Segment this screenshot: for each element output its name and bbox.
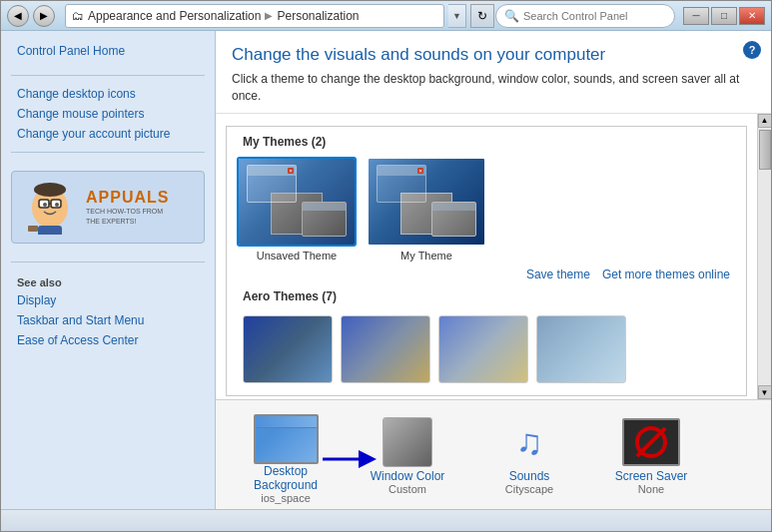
desktop-bg-icon-box (251, 414, 321, 464)
sidebar: Control Panel Home Change desktop icons … (1, 31, 216, 509)
my-theme-bg: ✕ (369, 159, 484, 245)
window-color-icon-box (373, 414, 442, 469)
aero-themes-grid (231, 307, 742, 391)
toolbar-screen-saver-label: Screen Saver (615, 469, 688, 483)
bottom-toolbar: Desktop Background ios_space Window Colo… (216, 399, 771, 509)
scrollbar[interactable]: ▲ ▼ (757, 114, 771, 399)
toolbar-desktop-bg-label: Desktop Background (234, 464, 338, 492)
themes-area: My Themes (2) ✕ (216, 114, 757, 399)
theme-my[interactable]: ✕ My Theme (367, 157, 486, 262)
brand-tagline: TECH HOW-TOS FROMTHE EXPERTS! (86, 207, 169, 225)
address-part-2: Personalization (277, 9, 359, 23)
aero-theme-4[interactable] (536, 315, 626, 383)
address-icon: 🗂 (72, 9, 84, 23)
nav-back-btn[interactable]: ◀ (7, 5, 29, 27)
close-btn[interactable]: ✕ (739, 7, 765, 25)
refresh-btn[interactable]: ↻ (470, 4, 494, 28)
svg-rect-9 (38, 226, 62, 235)
toolbar-sounds-sublabel: Cityscape (505, 483, 553, 495)
sidebar-change-mouse-pointers[interactable]: Change mouse pointers (1, 104, 215, 124)
main-area: Control Panel Home Change desktop icons … (1, 31, 771, 509)
main-window: ◀ ▶ 🗂 Appearance and Personalization ▶ P… (0, 0, 772, 532)
themes-actions: Save theme Get more themes online (231, 266, 742, 285)
sounds-icon-box: ♫ (494, 414, 564, 469)
sidebar-taskbar[interactable]: Taskbar and Start Menu (1, 310, 215, 330)
content-area: Change the visuals and sounds on your co… (216, 31, 771, 509)
search-input[interactable] (523, 10, 666, 22)
address-path[interactable]: 🗂 Appearance and Personalization ▶ Perso… (65, 4, 444, 28)
brand-mascot-icon (20, 180, 80, 235)
theme-my-thumb[interactable]: ✕ (367, 157, 486, 247)
window-color-icon (383, 417, 432, 467)
toolbar-window-color[interactable]: Window Color Custom (348, 408, 467, 501)
unsaved-bg: ✕ (239, 159, 355, 245)
search-box[interactable]: 🔍 (495, 4, 675, 28)
toolbar-screen-saver[interactable]: Screen Saver None (591, 408, 711, 501)
toolbar-sounds-label: Sounds (509, 469, 550, 483)
see-also-label: See also (1, 270, 215, 290)
title-bar: ◀ ▶ 🗂 Appearance and Personalization ▶ P… (1, 1, 771, 31)
sounds-icon: ♫ (516, 421, 543, 463)
get-more-themes-link[interactable]: Get more themes online (602, 267, 730, 281)
search-icon: 🔍 (504, 9, 519, 23)
maximize-btn[interactable]: □ (711, 7, 737, 25)
toolbar-window-color-label: Window Color (371, 469, 445, 483)
theme-unsaved-label: Unsaved Theme (257, 250, 338, 262)
music-notes-icon: ♫ (516, 421, 543, 463)
content-description: Click a theme to change the desktop back… (232, 71, 755, 105)
address-part-1: Appearance and Personalization (88, 9, 261, 23)
svg-point-4 (55, 203, 59, 207)
my-themes-label: My Themes (2) (231, 131, 742, 153)
chrome-buttons: ─ □ ✕ (683, 7, 765, 25)
toolbar-screen-saver-sublabel: None (638, 483, 664, 495)
scroll-up-btn[interactable]: ▲ (758, 114, 772, 128)
title-bar-left: ◀ ▶ 🗂 Appearance and Personalization ▶ P… (7, 4, 494, 28)
theme-my-label: My Theme (400, 250, 452, 262)
address-dropdown-btn[interactable]: ▼ (448, 4, 466, 28)
scroll-track[interactable] (758, 128, 771, 385)
sidebar-brand: APPUALS TECH HOW-TOS FROMTHE EXPERTS! (11, 171, 205, 244)
screen-saver-icon-box (616, 414, 686, 469)
theme-unsaved[interactable]: ✕ Unsaved Theme (237, 157, 357, 262)
aero-theme-1[interactable] (243, 315, 333, 383)
sidebar-display[interactable]: Display (1, 290, 215, 310)
content-title: Change the visuals and sounds on your co… (232, 45, 755, 65)
sidebar-change-desktop-icons[interactable]: Change desktop icons (1, 84, 215, 104)
toolbar-desktop-bg-sublabel: ios_space (261, 492, 311, 504)
sidebar-divider-1 (11, 75, 205, 76)
toolbar-sounds[interactable]: ♫ Sounds Cityscape (469, 408, 589, 501)
help-btn[interactable]: ? (743, 41, 761, 59)
minimize-btn[interactable]: ─ (683, 7, 709, 25)
aero-themes-label: Aero Themes (7) (231, 285, 742, 307)
svg-point-8 (34, 183, 66, 197)
sidebar-control-panel-home[interactable]: Control Panel Home (1, 41, 215, 61)
scroll-down-btn[interactable]: ▼ (758, 385, 772, 399)
brand-name: APPUALS (86, 189, 169, 207)
content-header: Change the visuals and sounds on your co… (216, 31, 771, 114)
svg-rect-10 (28, 226, 38, 232)
save-theme-link[interactable]: Save theme (526, 267, 590, 281)
sidebar-divider-3 (11, 262, 205, 263)
sidebar-ease-of-access[interactable]: Ease of Access Center (1, 330, 215, 350)
sidebar-divider-2 (11, 152, 205, 153)
theme-unsaved-thumb[interactable]: ✕ (237, 157, 357, 247)
brand-text: APPUALS TECH HOW-TOS FROMTHE EXPERTS! (86, 189, 169, 225)
svg-point-3 (43, 203, 47, 207)
my-themes-grid: ✕ Unsaved Theme (231, 153, 742, 266)
desktop-bg-icon (254, 414, 319, 464)
toolbar-window-color-sublabel: Custom (388, 483, 426, 495)
nav-forward-btn[interactable]: ▶ (33, 5, 55, 27)
toolbar-desktop-bg[interactable]: Desktop Background ios_space (226, 408, 346, 501)
screen-saver-icon (622, 418, 680, 466)
aero-theme-3[interactable] (438, 315, 528, 383)
aero-theme-2[interactable] (341, 315, 430, 383)
scroll-thumb[interactable] (759, 130, 771, 170)
path-separator: ▶ (265, 10, 273, 21)
no-sign-icon (635, 426, 667, 458)
status-bar (1, 509, 771, 531)
sidebar-change-account-picture[interactable]: Change your account picture (1, 124, 215, 144)
themes-section-border: My Themes (2) ✕ (226, 126, 747, 396)
